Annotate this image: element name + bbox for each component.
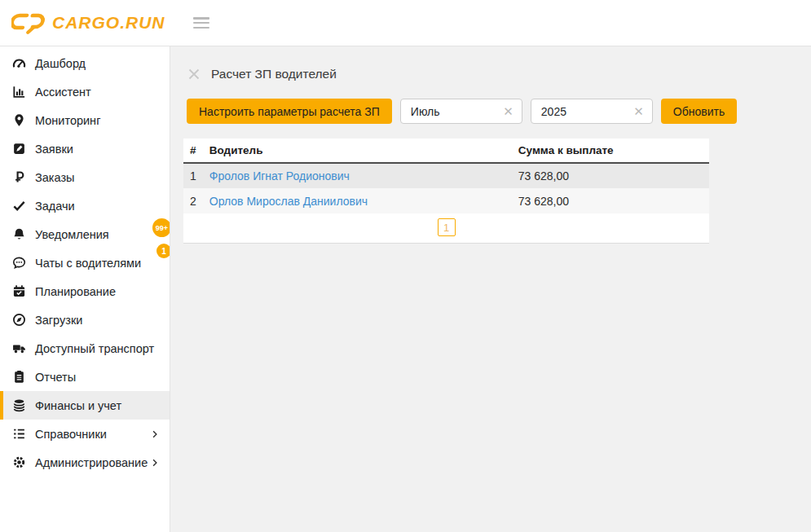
sidebar-item-label: Уведомления: [35, 228, 109, 241]
row-amount: 73 628,00: [512, 163, 709, 188]
sidebar-item-tasks[interactable]: Задачи: [0, 191, 170, 220]
row-amount: 73 628,00: [512, 188, 709, 213]
logo-text: CARGO.RUN: [52, 13, 165, 33]
sidebar-item-administration[interactable]: Администрирование: [0, 448, 170, 477]
close-tab-icon[interactable]: [187, 68, 201, 81]
page-title: Расчет ЗП водителей: [211, 67, 337, 81]
bell-icon: [12, 227, 26, 241]
salary-table-panel: # Водитель Сумма к выплате 1 Фролов Игна…: [183, 138, 709, 244]
salary-table: # Водитель Сумма к выплате 1 Фролов Игна…: [183, 138, 709, 213]
sidebar-item-directories[interactable]: Справочники: [0, 420, 170, 448]
clear-year-icon[interactable]: ✕: [633, 105, 644, 117]
sidebar-item-label: Задачи: [35, 200, 75, 213]
page-1-button[interactable]: 1: [438, 218, 456, 236]
toolbar: Настроить параметры расчета ЗП Июль ✕ 20…: [187, 99, 811, 124]
column-header-driver: Водитель: [203, 138, 512, 163]
driver-link[interactable]: Фролов Игнат Родионович: [209, 169, 350, 182]
sidebar-item-requests[interactable]: Заявки: [0, 134, 170, 163]
sidebar-item-label: Загрузки: [35, 314, 82, 327]
sidebar-item-label: Чаты с водителями: [35, 257, 141, 270]
clipboard-icon: [12, 370, 26, 384]
dashboard-icon: [12, 56, 26, 70]
ruble-icon: [12, 170, 26, 184]
sidebar-item-label: Справочники: [35, 428, 107, 441]
tab-title-row: Расчет ЗП водителей: [187, 67, 811, 81]
notifications-badge: 99+: [152, 218, 170, 237]
sidebar-item-dashboard[interactable]: Дашборд: [0, 49, 170, 77]
check-icon: [12, 199, 26, 213]
assistant-chart-icon: [12, 85, 26, 99]
sidebar-item-available-transport[interactable]: Доступный транспорт: [0, 334, 170, 363]
chats-badge: 1: [156, 244, 170, 258]
truck-icon: [12, 341, 26, 355]
main-content: Расчет ЗП водителей Настроить параметры …: [171, 46, 811, 532]
sidebar-item-label: Ассистент: [35, 86, 91, 99]
configure-salary-params-button[interactable]: Настроить параметры расчета ЗП: [187, 99, 392, 124]
chevron-right-icon: [150, 458, 160, 468]
month-select[interactable]: Июль ✕: [400, 99, 522, 124]
sidebar-item-label: Доступный транспорт: [35, 342, 154, 355]
sidebar-item-assistant[interactable]: Ассистент: [0, 77, 170, 106]
sidebar-item-label: Заказы: [35, 171, 74, 184]
chevron-right-icon: [150, 429, 160, 439]
chat-bubble-icon: [12, 256, 26, 270]
sidebar-item-reports[interactable]: Отчеты: [0, 363, 170, 391]
sidebar-item-label: Заявки: [35, 143, 73, 156]
sidebar: Дашборд Ассистент Мониторинг Заявки Зака…: [0, 46, 170, 532]
sidebar-item-label: Планирование: [35, 285, 116, 298]
column-header-num: #: [183, 138, 203, 163]
calendar-icon: [12, 284, 26, 298]
year-select-value: 2025: [541, 105, 566, 118]
gear-icon: [12, 455, 26, 469]
sidebar-item-label: Дашборд: [35, 57, 86, 70]
sidebar-item-loadings[interactable]: Загрузки: [0, 306, 170, 334]
sidebar-item-label: Финансы и учет: [35, 399, 121, 412]
row-num: 2: [183, 188, 203, 213]
table-row: 2 Орлов Мирослав Даниилович 73 628,00: [183, 188, 709, 213]
sidebar-item-finance[interactable]: Финансы и учет: [0, 391, 170, 420]
logo: CARGO.RUN: [11, 11, 165, 34]
clear-month-icon[interactable]: ✕: [503, 105, 513, 117]
row-num: 1: [183, 163, 203, 188]
month-select-value: Июль: [411, 105, 440, 118]
table-row: 1 Фролов Игнат Родионович 73 628,00: [183, 163, 709, 188]
pagination: 1: [183, 213, 709, 244]
top-header: CARGO.RUN: [0, 0, 811, 46]
driver-link[interactable]: Орлов Мирослав Даниилович: [209, 195, 368, 208]
sidebar-item-monitoring[interactable]: Мониторинг: [0, 106, 170, 134]
edit-square-icon: [12, 142, 26, 156]
menu-icon[interactable]: [193, 17, 209, 29]
year-select[interactable]: 2025 ✕: [531, 99, 653, 124]
refresh-button[interactable]: Обновить: [661, 99, 737, 124]
sidebar-item-notifications[interactable]: Уведомления 99+: [0, 220, 170, 248]
column-header-amount: Сумма к выплате: [512, 138, 709, 163]
map-pin-icon: [12, 113, 26, 127]
compass-icon: [12, 313, 26, 327]
sidebar-item-driver-chats[interactable]: Чаты с водителями 1: [0, 248, 170, 277]
logo-mark: [11, 11, 46, 34]
coins-icon: [12, 398, 26, 412]
sidebar-item-orders[interactable]: Заказы: [0, 163, 170, 191]
sidebar-item-planning[interactable]: Планирование: [0, 277, 170, 306]
sidebar-item-label: Администрирование: [35, 456, 148, 469]
sidebar-item-label: Мониторинг: [35, 114, 100, 127]
sidebar-item-label: Отчеты: [35, 371, 76, 384]
list-icon: [12, 427, 26, 441]
